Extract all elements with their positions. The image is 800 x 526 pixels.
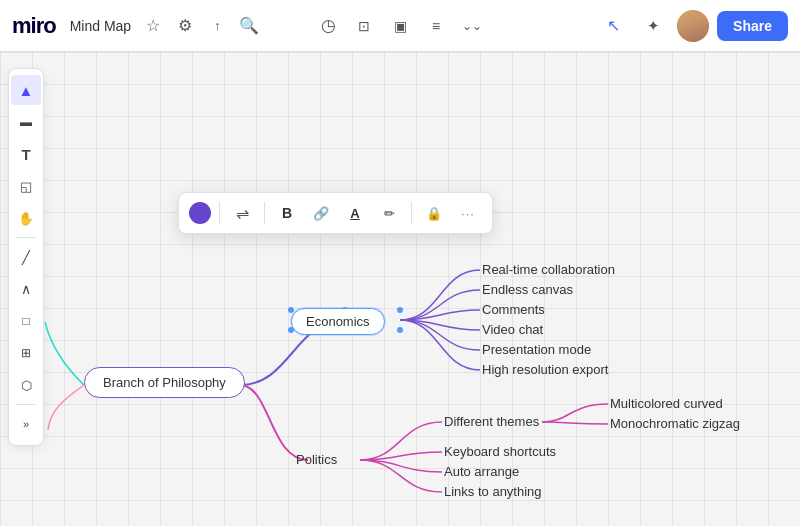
pol-child-4: Links to anything (444, 484, 542, 499)
cursor-icon-button[interactable]: ✦ (637, 10, 669, 42)
econ-child-5: Presentation mode (482, 342, 591, 357)
sidebar-divider-2 (16, 404, 36, 405)
pen-button[interactable]: ✏ (375, 199, 403, 227)
pen-tool[interactable]: ╱ (11, 242, 41, 272)
more-tools-button[interactable]: » (11, 409, 41, 439)
econ-child-1: Real-time collaboration (482, 262, 615, 277)
settings-button[interactable]: ⚙ (169, 10, 201, 42)
upload-button[interactable]: ↑ (201, 10, 233, 42)
root-node[interactable]: Branch of Philosophy (84, 367, 245, 398)
more-button[interactable]: ··· (454, 199, 482, 227)
present-icon-button[interactable]: ▣ (384, 10, 416, 42)
theme-child-2: Monochromatic zigzag (610, 416, 740, 431)
politics-node[interactable]: Politics (296, 452, 337, 467)
left-sidebar: ▲ ▬ T ◱ ✋ ╱ ∧ □ ⊞ ⬡ » (8, 68, 44, 446)
connector-tool[interactable]: ∧ (11, 274, 41, 304)
color-picker[interactable] (189, 202, 211, 224)
top-right-toolbar: ↖ ✦ Share (597, 10, 788, 42)
format-toolbar: ⇌ B 🔗 A ✏ 🔒 ··· (178, 192, 493, 234)
align-button[interactable]: ⇌ (228, 199, 256, 227)
text-color-button[interactable]: A (341, 199, 369, 227)
frame-tool[interactable]: ▬ (11, 107, 41, 137)
note-tool[interactable]: ◱ (11, 171, 41, 201)
document-title: Mind Map (70, 18, 131, 34)
econ-child-4: Video chat (482, 322, 543, 337)
economics-node[interactable]: Economics (291, 308, 385, 335)
fmt-divider-2 (264, 202, 265, 224)
canvas[interactable]: ▲ ▬ T ◱ ✋ ╱ ∧ □ ⊞ ⬡ » ⇌ B 🔗 A ✏ 🔒 ··· (0, 52, 800, 526)
share-button[interactable]: Share (717, 11, 788, 41)
pol-child-3: Auto arrange (444, 464, 519, 479)
theme-child-1: Multicolored curved (610, 396, 723, 411)
text-tool[interactable]: T (11, 139, 41, 169)
table-tool[interactable]: ⊞ (11, 338, 41, 368)
top-bar: miro Mind Map ☆ ⚙ ↑ 🔍 ◷ ⊡ ▣ ≡ ⌄⌄ ↖ ✦ Sha… (0, 0, 800, 52)
bold-button[interactable]: B (273, 199, 301, 227)
sidebar-divider-1 (16, 237, 36, 238)
econ-child-2: Endless canvas (482, 282, 573, 297)
shape-tool[interactable]: □ (11, 306, 41, 336)
top-center-toolbar: ◷ ⊡ ▣ ≡ ⌄⌄ (312, 10, 488, 42)
select-tool[interactable]: ▲ (11, 75, 41, 105)
diagram-tool[interactable]: ⬡ (11, 370, 41, 400)
fmt-divider-3 (411, 202, 412, 224)
menu-icon-button[interactable]: ≡ (420, 10, 452, 42)
hand-tool[interactable]: ✋ (11, 203, 41, 233)
svg-point-4 (397, 327, 403, 333)
link-button[interactable]: 🔗 (307, 199, 335, 227)
mindmap-svg (0, 52, 800, 526)
timer-icon-button[interactable]: ◷ (312, 10, 344, 42)
frame-icon-button[interactable]: ⊡ (348, 10, 380, 42)
expand-icon-button[interactable]: ⌄⌄ (456, 10, 488, 42)
econ-child-6: High resolution export (482, 362, 608, 377)
star-button[interactable]: ☆ (137, 10, 169, 42)
avatar-image (677, 10, 709, 42)
root-node-label: Branch of Philosophy (103, 375, 226, 390)
search-button[interactable]: 🔍 (233, 10, 265, 42)
pol-child-2: Keyboard shortcuts (444, 444, 556, 459)
app-logo: miro (12, 13, 56, 39)
svg-point-2 (397, 307, 403, 313)
econ-child-3: Comments (482, 302, 545, 317)
lock-button[interactable]: 🔒 (420, 199, 448, 227)
avatar[interactable] (677, 10, 709, 42)
pol-child-1: Different themes (444, 414, 539, 429)
fmt-divider-1 (219, 202, 220, 224)
economics-node-label: Economics (306, 314, 370, 329)
pointer-tool-button[interactable]: ↖ (597, 10, 629, 42)
